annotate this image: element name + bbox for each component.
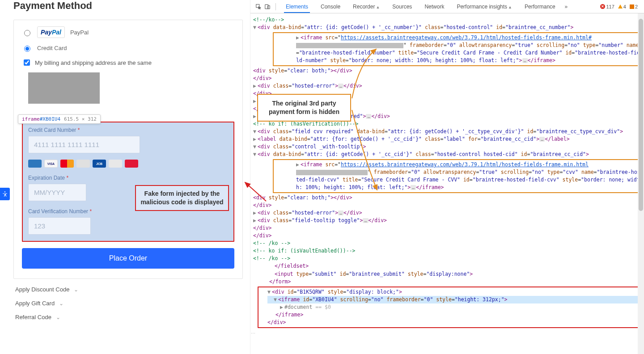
dom-selected-marker: == $0 (312, 304, 331, 310)
visa-icon: VISA (44, 160, 58, 168)
redacted-segment (296, 43, 403, 48)
dom-tree[interactable]: <!--/ko--> ▼<div data-bind="attr: {id: g… (250, 13, 644, 354)
arrow-red (242, 179, 268, 206)
dom-line: #document (284, 304, 312, 310)
dom-line: <!--/ko--> (253, 17, 284, 23)
apply-discount-toggle[interactable]: Apply Discount Code ⌄ (13, 279, 243, 293)
devtools-scrollbar[interactable] (638, 13, 644, 354)
beta-icon: ▲ (508, 5, 512, 9)
tab-network[interactable]: Network (418, 1, 450, 13)
tooltip-element: iframe (22, 116, 40, 122)
apply-giftcard-label: Apply Gift Card (15, 300, 55, 307)
dom-line: <!-- /ko --> (253, 255, 290, 261)
paypal-logo: PayPal (37, 26, 65, 38)
fake-form-callout: Fake form injected by the malicious code… (135, 185, 229, 211)
cc-number-label: Credit Card Number (28, 127, 76, 133)
discover-icon (76, 160, 90, 168)
error-count[interactable]: ✕117 (600, 4, 614, 9)
exp-label: Expiration Date (28, 175, 65, 181)
creditcard-label: Credit Card (37, 45, 67, 51)
tab-recorder[interactable]: Recorder▲ (347, 1, 386, 13)
mastercard-icon (60, 160, 74, 168)
info-count[interactable]: 2 (630, 4, 638, 9)
exp-input[interactable]: MM/YYYY (28, 184, 86, 201)
beta-icon: ▲ (376, 5, 380, 9)
cc-number-input[interactable]: 4111 1111 1111 1111 (28, 136, 140, 153)
chevron-down-icon: ⌄ (56, 314, 60, 320)
orange-highlight-2: ▶<iframe src="https://assets.braintreega… (273, 159, 644, 193)
jcb-icon: JCB (93, 160, 106, 168)
billing-same-checkbox[interactable] (24, 59, 30, 66)
creditcard-radio[interactable] (24, 46, 30, 52)
svg-line-1 (245, 182, 266, 201)
tab-performance[interactable]: Performance (518, 1, 562, 13)
tab-sources[interactable]: Sources (386, 1, 418, 13)
paypal-label: PayPal (70, 29, 89, 36)
referral-code-toggle[interactable]: Referral Code ⌄ (13, 307, 243, 320)
fake-injected-form: Credit Card Number * 4111 1111 1111 1111… (22, 122, 234, 242)
more-tabs-icon[interactable]: » (562, 2, 571, 11)
hidden-form-callout: The original 3rd party payment form is h… (257, 94, 351, 122)
dom-url[interactable]: https://assets.braintreegateway.com/web/… (341, 34, 592, 41)
warning-count[interactable]: 4 (618, 4, 626, 9)
arrow-orange-2 (350, 107, 386, 197)
apply-discount-label: Apply Discount Code (15, 286, 69, 293)
devtools-tabs: Elements Console Recorder▲ Sources Netwo… (250, 0, 644, 13)
tooltip-id: #XB0IU4 (40, 116, 60, 122)
tab-console[interactable]: Console (314, 1, 347, 13)
pane-gutter-dots[interactable]: ⋯ (251, 331, 255, 336)
dom-line: <!-- /ko --> (253, 240, 290, 246)
tab-elements[interactable]: Elements (280, 1, 314, 13)
dom-line: <div data-bind="attr: {id: getCode() + '… (258, 24, 573, 30)
apply-giftcard-toggle[interactable]: Apply Gift Card ⌄ (13, 293, 243, 307)
red-highlight: ▼<div id="B1K5QRW" style="display: block… (258, 287, 644, 328)
unionpay-icon (125, 160, 138, 168)
element-inspector-tooltip: iframe#XB0IU4615.5 × 312 (18, 114, 101, 124)
chevron-down-icon: ⌄ (59, 300, 64, 307)
dom-line: <!-- ko if: (hasVerification())--> (253, 121, 358, 127)
amex-icon (28, 160, 42, 168)
tooltip-dimensions: 615.5 × 312 (64, 116, 97, 122)
redacted-address-block (28, 72, 100, 104)
arrow-orange-1 (350, 45, 386, 107)
diners-icon (109, 160, 122, 168)
paypal-radio[interactable] (24, 30, 30, 36)
page-title: Payment Method (13, 0, 243, 12)
card-brand-badges: VISA JCB (28, 160, 228, 168)
selected-dom-line[interactable]: ▼<iframe id="XB0IU4" scrolling="no" fram… (267, 296, 640, 303)
chevron-down-icon: ⌄ (74, 287, 78, 293)
inspect-icon[interactable] (254, 2, 263, 11)
orange-highlight-1: ▶<iframe src="https://assets.braintreega… (273, 32, 644, 66)
device-toggle-icon[interactable] (263, 2, 272, 11)
cvv-input[interactable]: 123 (28, 217, 91, 235)
referral-code-label: Referral Code (15, 314, 51, 320)
place-order-button[interactable]: Place Order (22, 248, 234, 269)
billing-same-label: My billing and shipping address are the … (35, 59, 152, 66)
dom-line: <!-- ko if: (isVaultEnabled())--> (253, 248, 355, 254)
tab-performance-insights[interactable]: Performance insights▲ (450, 1, 518, 13)
payment-card: PayPal PayPal Credit Card My billing and… (13, 20, 243, 279)
cvv-label: Card Verification Number (28, 208, 88, 215)
devtools-panel: Elements Console Recorder▲ Sources Netwo… (250, 0, 644, 354)
